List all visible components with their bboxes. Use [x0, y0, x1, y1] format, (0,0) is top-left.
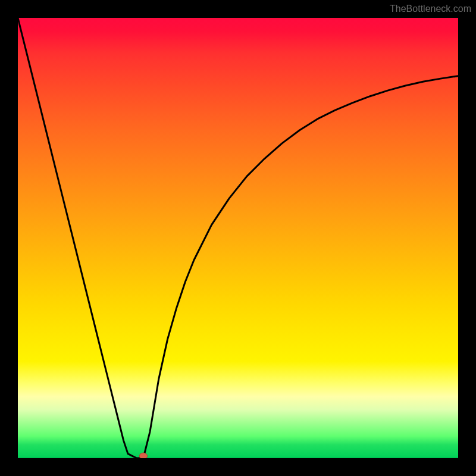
chart-frame: TheBottleneck.com [0, 0, 476, 476]
bottleneck-curve [18, 18, 458, 458]
watermark: TheBottleneck.com [390, 4, 471, 14]
curve-layer [18, 18, 458, 458]
optimal-marker-icon [139, 453, 147, 458]
